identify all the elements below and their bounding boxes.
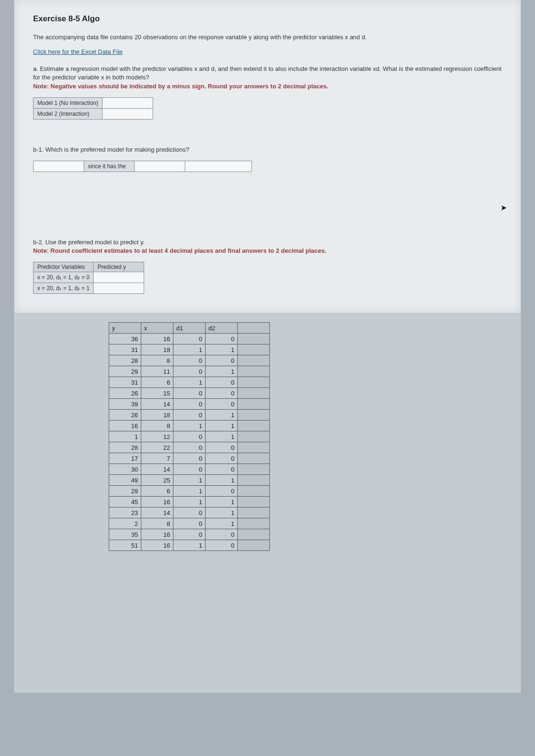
table-row: 31610 bbox=[109, 377, 270, 388]
model1-label: Model 1 (No Interaction) bbox=[34, 97, 103, 108]
model2-label: Model 2 (Interaction) bbox=[34, 108, 103, 119]
data-panel: yxd1d2 361600311811288002911013161026150… bbox=[14, 313, 521, 693]
table-row: 351600 bbox=[109, 529, 270, 540]
part-b2-table: Predictor Variables Predicted y x = 20, … bbox=[33, 262, 144, 294]
table-row: 492511 bbox=[109, 475, 270, 486]
table-row: 311811 bbox=[109, 344, 270, 355]
part-a-prompt: a. Estimate a regression model with the … bbox=[33, 65, 502, 91]
cursor-icon: ➤ bbox=[500, 203, 507, 212]
table-row: 29610 bbox=[109, 486, 270, 497]
part-a-table: Model 1 (No Interaction) Model 2 (Intera… bbox=[33, 97, 153, 120]
table-row: 2801 bbox=[109, 518, 270, 529]
table-row: 282200 bbox=[109, 442, 270, 453]
data-col-x: x bbox=[141, 323, 173, 334]
table-row: 16811 bbox=[109, 421, 270, 431]
table-row: 291101 bbox=[109, 366, 270, 377]
table-row: 261500 bbox=[109, 388, 270, 399]
problem-panel: Exercise 8-5 Algo The accompanying data … bbox=[14, 0, 521, 313]
data-col-blank bbox=[238, 323, 270, 334]
table-row: 361600 bbox=[109, 334, 270, 344]
b2-row1-label: x = 20, d₁ = 1, d₂ = 0 bbox=[34, 272, 94, 283]
table-row: 511610 bbox=[109, 540, 270, 551]
excel-data-link[interactable]: Click here for the Excel Data File bbox=[33, 48, 122, 55]
b2-head-pred: Predicted y bbox=[94, 262, 144, 272]
model2-input-cell[interactable] bbox=[102, 108, 153, 119]
b1-reason-input-2[interactable] bbox=[185, 161, 252, 172]
intro-text: The accompanying data file contains 20 o… bbox=[33, 33, 502, 42]
table-row: 11201 bbox=[109, 431, 270, 442]
table-row: 301400 bbox=[109, 464, 270, 475]
table-row: 231401 bbox=[109, 507, 270, 518]
data-col-y: y bbox=[109, 323, 141, 334]
table-row: 28800 bbox=[109, 355, 270, 366]
table-row: 261801 bbox=[109, 410, 270, 421]
table-row: 17700 bbox=[109, 453, 270, 464]
table-row: 391400 bbox=[109, 399, 270, 410]
b1-mid-text: since it has the bbox=[84, 161, 135, 172]
b1-model-select[interactable] bbox=[34, 161, 84, 172]
table-row: 451611 bbox=[109, 497, 270, 507]
exercise-title: Exercise 8-5 Algo bbox=[33, 14, 502, 24]
part-b1-table: since it has the bbox=[33, 161, 252, 172]
data-col-d2: d2 bbox=[206, 323, 238, 334]
b2-row2-label: x = 20, d₁ = 1, d₂ = 1 bbox=[34, 283, 94, 294]
b2-row1-input[interactable] bbox=[94, 272, 144, 283]
data-table: yxd1d2 361600311811288002911013161026150… bbox=[109, 322, 270, 551]
data-col-d1: d1 bbox=[173, 323, 206, 334]
b2-head-vars: Predictor Variables bbox=[34, 262, 94, 272]
b1-reason-input-1[interactable] bbox=[135, 161, 185, 172]
model1-input-cell[interactable] bbox=[102, 97, 153, 108]
b2-row2-input[interactable] bbox=[94, 283, 144, 294]
part-b2-prompt: b-2. Use the preferred model to predict … bbox=[33, 238, 502, 255]
part-b1-prompt: b-1. Which is the preferred model for ma… bbox=[33, 146, 502, 154]
